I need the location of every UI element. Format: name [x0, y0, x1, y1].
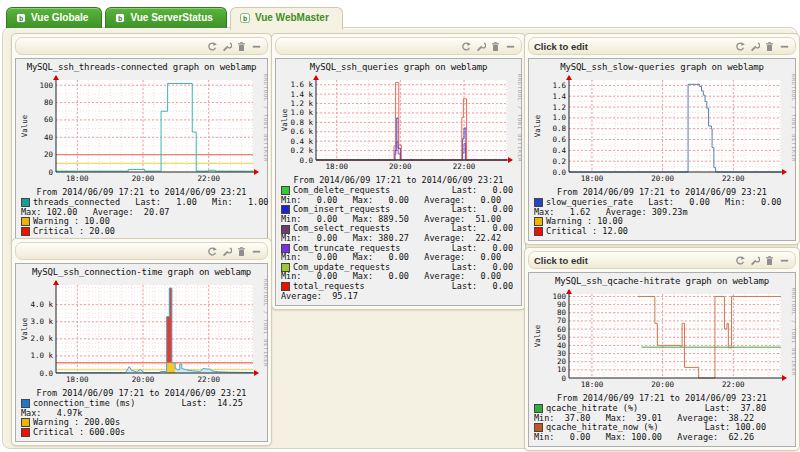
- tab-vue-webmaster[interactable]: b Vue WebMaster: [230, 7, 343, 30]
- svg-text:2.0 k: 2.0 k: [30, 334, 53, 343]
- graph-title: MySQL_ssh_qcache-hitrate graph on weblam…: [531, 276, 793, 286]
- trash-icon[interactable]: [236, 246, 247, 257]
- legend-row: Critical : 20.00: [21, 227, 262, 237]
- legend-swatch: [281, 282, 290, 291]
- svg-text:18:00: 18:00: [66, 174, 89, 183]
- graph-from-range: From 2014/06/09 17:21 to 2014/06/09 23:2…: [18, 388, 265, 398]
- svg-text:20:00: 20:00: [132, 375, 155, 384]
- svg-text:1.6 k: 1.6 k: [290, 80, 313, 89]
- dashboard-page: b Vue Globale b Vue ServerStatus b Vue W…: [0, 0, 800, 452]
- chart-area: 010203040506070809010018:0020:0022:00Val…: [531, 288, 793, 391]
- refresh-icon[interactable]: [206, 41, 217, 52]
- legend-row: Average: 95.17: [281, 292, 516, 302]
- legend-swatch: [534, 198, 543, 207]
- svg-text:0.6: 0.6: [552, 135, 566, 144]
- svg-text:20:00: 20:00: [651, 380, 674, 389]
- y-axis-title: Value: [20, 114, 29, 137]
- collapse-icon[interactable]: [779, 255, 790, 266]
- svg-text:60: 60: [557, 325, 567, 334]
- legend-swatch: [534, 217, 543, 226]
- widget-header[interactable]: [275, 37, 522, 55]
- y-axis-arrow: [53, 75, 59, 80]
- collapse-icon[interactable]: [251, 41, 262, 52]
- trash-icon[interactable]: [490, 41, 501, 52]
- legend-swatch: [21, 399, 30, 408]
- widget-header-icons: [206, 246, 262, 257]
- refresh-icon[interactable]: [734, 41, 745, 52]
- chart-plot: 0.00.20.40.60.81.01.21.41.618:0020:0022:…: [531, 74, 789, 185]
- svg-text:20:00: 20:00: [389, 162, 412, 171]
- graph-image: MySQL_ssh_threads-connected graph on web…: [15, 58, 268, 241]
- legend-text: Critical : 600.00s: [33, 428, 125, 438]
- svg-text:0.8 k: 0.8 k: [290, 118, 313, 127]
- rrdtool-watermark: RRDTOOL / TOBI OETIKER: [515, 74, 523, 173]
- tab-vue-globale[interactable]: b Vue Globale: [6, 7, 102, 28]
- svg-text:30: 30: [557, 349, 567, 358]
- svg-text:22:00: 22:00: [722, 174, 745, 183]
- rrdtool-watermark: RRDTOOL / TOBI OETIKER: [261, 279, 269, 386]
- widget-header[interactable]: Click to edit: [528, 251, 796, 269]
- svg-text:1.4 k: 1.4 k: [290, 90, 313, 99]
- collapse-icon[interactable]: [779, 41, 790, 52]
- tab-label: Vue WebMaster: [255, 12, 329, 23]
- rrdtool-watermark: RRDTOOL / TOBI OETIKER: [789, 74, 797, 185]
- graph-legend: connection_time (ms) Last: 14.25Max: 4.9…: [18, 399, 265, 437]
- svg-text:10: 10: [557, 365, 567, 374]
- trash-icon[interactable]: [764, 255, 775, 266]
- chart-area: 0.00.2 k0.4 k0.6 k0.8 k1.0 k1.2 k1.4 k1.…: [278, 74, 519, 173]
- widget-threads-connected: MySQL_ssh_threads-connected graph on web…: [11, 33, 272, 245]
- tab-vue-serverstatus[interactable]: b Vue ServerStatus: [105, 7, 226, 28]
- widget-header[interactable]: Click to edit: [528, 37, 796, 55]
- wrench-icon[interactable]: [749, 41, 760, 52]
- refresh-icon[interactable]: [460, 41, 471, 52]
- graph-from-range: From 2014/06/09 17:21 to 2014/06/09 23:2…: [18, 187, 265, 197]
- collapse-icon[interactable]: [505, 41, 516, 52]
- x-axis-arrow: [782, 169, 787, 175]
- y-axis-title: Value: [533, 114, 542, 137]
- svg-text:0.0: 0.0: [39, 369, 53, 378]
- widget-header-icons: [460, 41, 516, 52]
- refresh-icon[interactable]: [206, 246, 217, 257]
- svg-text:18:00: 18:00: [66, 375, 89, 384]
- svg-text:b: b: [243, 14, 247, 22]
- wrench-icon[interactable]: [221, 246, 232, 257]
- widget-slow-queries: Click to edit MySQL_ssh_slow-queries gra…: [524, 33, 800, 245]
- svg-text:18:00: 18:00: [325, 162, 348, 171]
- trash-icon[interactable]: [764, 41, 775, 52]
- legend-swatch: [21, 198, 30, 207]
- x-axis-arrow: [254, 370, 259, 376]
- widget-header-title: Click to edit: [534, 255, 588, 266]
- wrench-icon[interactable]: [749, 255, 760, 266]
- svg-text:80: 80: [557, 308, 567, 317]
- graph-from-range: From 2014/06/09 17:21 to 2014/06/09 23:2…: [531, 393, 793, 403]
- chart-area: 0.00.20.40.60.81.01.21.41.618:0020:0022:…: [531, 74, 793, 185]
- chart-plot: 0.01.0 k2.0 k3.0 k4.0 k18:0020:0022:00Va…: [18, 279, 261, 386]
- widget-header[interactable]: [15, 37, 268, 55]
- svg-text:b: b: [19, 14, 23, 22]
- rrdtool-watermark: RRDTOOL / TOBI OETIKER: [789, 288, 797, 391]
- trash-icon[interactable]: [236, 41, 247, 52]
- svg-text:18:00: 18:00: [581, 380, 604, 389]
- wrench-icon[interactable]: [475, 41, 486, 52]
- collapse-icon[interactable]: [251, 246, 262, 257]
- chart-plot: 0.00.2 k0.4 k0.6 k0.8 k1.0 k1.2 k1.4 k1.…: [278, 74, 515, 173]
- tab-label: Vue ServerStatus: [130, 12, 212, 23]
- svg-text:20:00: 20:00: [132, 174, 155, 183]
- y-axis-arrow: [566, 289, 572, 294]
- svg-text:0.6 k: 0.6 k: [290, 127, 313, 136]
- legend-text: Critical : 20.00: [33, 227, 115, 237]
- graph-title: MySQL_ssh_slow-queries graph on weblamp: [531, 62, 793, 72]
- widget-header[interactable]: [15, 242, 268, 260]
- svg-text:0.2: 0.2: [552, 157, 566, 166]
- svg-text:22:00: 22:00: [197, 375, 220, 384]
- wrench-icon[interactable]: [221, 41, 232, 52]
- svg-text:100: 100: [552, 292, 566, 301]
- refresh-icon[interactable]: [734, 255, 745, 266]
- legend-row: Critical : 600.00s: [21, 428, 262, 438]
- graph-title: MySQL_ssh_queries graph on weblamp: [278, 62, 519, 72]
- svg-text:0.4 k: 0.4 k: [290, 137, 313, 146]
- legend-swatch: [21, 217, 30, 226]
- y-axis-arrow: [313, 75, 319, 80]
- legend-text: Min: 0.00 Max: 100.00 Average: 62.26: [534, 433, 754, 443]
- svg-text:20: 20: [44, 150, 54, 159]
